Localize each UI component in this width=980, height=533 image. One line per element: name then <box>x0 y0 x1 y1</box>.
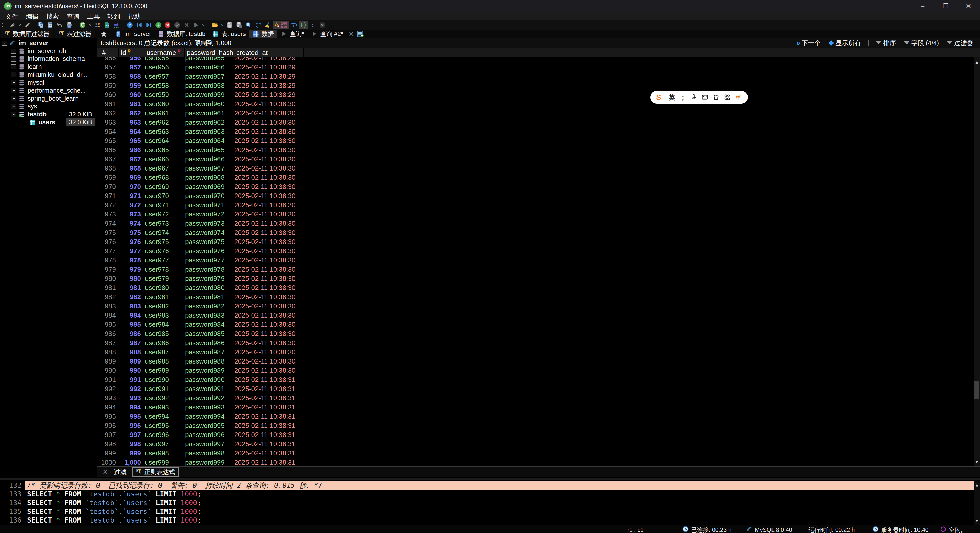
find-replace-button[interactable] <box>254 21 262 29</box>
cell-row_number[interactable]: 995 <box>97 412 118 420</box>
cell-created_at[interactable]: 2025-02-11 10:38:30 <box>231 201 300 209</box>
cell-id[interactable]: 983 <box>118 302 143 310</box>
cell-username[interactable]: user957 <box>143 73 183 80</box>
cell-row_number[interactable]: 965 <box>97 137 118 145</box>
cell-id[interactable]: 961 <box>118 100 143 108</box>
disconnect-button[interactable] <box>23 21 32 29</box>
tab--users[interactable]: 表: users <box>209 30 249 38</box>
cell-row_number[interactable]: 963 <box>97 118 118 126</box>
table-row[interactable]: 979979user978password9782025-02-11 10:38… <box>97 265 974 274</box>
scroll-down-arrow[interactable]: ▼ <box>974 457 980 466</box>
run-query-button[interactable] <box>192 21 200 29</box>
cell-password_hash[interactable]: password996 <box>183 431 231 439</box>
cell-id[interactable]: 996 <box>118 422 143 430</box>
ai-assistant-icon[interactable] <box>733 94 744 100</box>
cell-row_number[interactable]: 993 <box>97 394 118 402</box>
filter-dropdown[interactable]: 过滤器 <box>945 39 974 47</box>
cell-created_at[interactable]: 2025-02-11 10:38:31 <box>231 376 300 383</box>
cell-id[interactable]: 992 <box>118 385 143 393</box>
paste-button[interactable] <box>46 21 55 29</box>
table-row[interactable]: 990990user989password9892025-02-11 10:38… <box>97 366 974 375</box>
cell-password_hash[interactable]: password999 <box>183 458 231 466</box>
cell-username[interactable]: user983 <box>143 312 183 319</box>
cell-username[interactable]: user973 <box>143 220 183 228</box>
tree-db-spring_boot_learn[interactable]: +spring_boot_learn <box>0 94 97 102</box>
cell-row_number[interactable]: 968 <box>97 164 118 172</box>
horizontal-splitter[interactable] <box>0 477 980 480</box>
cell-row_number[interactable]: 986 <box>97 330 118 338</box>
table-filter-tab[interactable]: 表过滤器 <box>55 30 95 38</box>
punctuation-button[interactable]: ； <box>677 93 688 102</box>
cell-id[interactable]: 982 <box>118 293 143 301</box>
cell-username[interactable]: user968 <box>143 173 183 181</box>
cell-row_number[interactable]: 967 <box>97 155 118 163</box>
print-button[interactable] <box>65 21 73 29</box>
cell-username[interactable]: user999 <box>143 458 183 466</box>
cell-id[interactable]: 977 <box>118 247 143 255</box>
cell-password_hash[interactable]: password968 <box>183 173 231 181</box>
cell-created_at[interactable]: 2025-02-11 10:38:29 <box>231 57 300 62</box>
cell-username[interactable]: user956 <box>143 63 183 71</box>
table-row[interactable]: 993993user992password9922025-02-11 10:38… <box>97 393 974 403</box>
cell-created_at[interactable]: 2025-02-11 10:38:31 <box>231 440 300 448</box>
cell-password_hash[interactable]: password986 <box>183 339 231 347</box>
table-row[interactable]: 965965user964password9642025-02-11 10:38… <box>97 136 974 145</box>
cell-id[interactable]: 965 <box>118 137 143 145</box>
cell-username[interactable]: user990 <box>143 376 183 383</box>
cell-created_at[interactable]: 2025-02-11 10:38:31 <box>231 422 300 430</box>
tree-db-sys[interactable]: +sys <box>0 102 97 110</box>
table-row[interactable]: 959959user958password9582025-02-11 10:38… <box>97 81 974 90</box>
cell-row_number[interactable]: 984 <box>97 312 118 319</box>
cell-username[interactable]: user955 <box>143 57 183 62</box>
table-row[interactable]: 956956user955password9552025-02-11 10:38… <box>97 57 974 62</box>
cell-username[interactable]: user995 <box>143 422 183 430</box>
cell-id[interactable]: 976 <box>118 238 143 246</box>
refresh-button[interactable] <box>78 21 87 29</box>
microphone-icon[interactable] <box>689 94 700 100</box>
cell-id[interactable]: 985 <box>118 321 143 329</box>
sql-log-scrollbar[interactable]: ▲ ▼ <box>974 480 980 525</box>
table-row[interactable]: 984984user983password9832025-02-11 10:38… <box>97 311 974 320</box>
cell-created_at[interactable]: 2025-02-11 10:38:30 <box>231 109 300 117</box>
cell-password_hash[interactable]: password957 <box>183 73 231 80</box>
cell-row_number[interactable]: 961 <box>97 100 118 108</box>
copy-button[interactable] <box>37 21 45 29</box>
cell-id[interactable]: 980 <box>118 275 143 283</box>
cell-password_hash[interactable]: password979 <box>183 275 231 283</box>
cell-created_at[interactable]: 2025-02-11 10:38:30 <box>231 238 300 246</box>
cell-created_at[interactable]: 2025-02-11 10:38:30 <box>231 192 300 200</box>
wrap-lines-button[interactable] <box>290 21 298 29</box>
table-row[interactable]: 958958user957password9572025-02-11 10:38… <box>97 72 974 81</box>
tree-db-mysql[interactable]: +mysql <box>0 79 97 86</box>
table-row[interactable]: 957957user956password9562025-02-11 10:38… <box>97 62 974 72</box>
first-record-button[interactable] <box>135 21 144 29</box>
tree-db-performance_sche-[interactable]: +performance_sche... <box>0 86 97 94</box>
cell-row_number[interactable]: 970 <box>97 183 118 191</box>
next-rows-button[interactable]: » 下一个 <box>794 39 823 47</box>
undo-button[interactable] <box>56 21 64 29</box>
dropdown-chevron-icon[interactable]: ˅ <box>201 21 206 29</box>
table-row[interactable]: 968968user967password9672025-02-11 10:38… <box>97 164 974 173</box>
cell-id[interactable]: 987 <box>118 339 143 347</box>
cell-created_at[interactable]: 2025-02-11 10:38:30 <box>231 183 300 191</box>
cell-id[interactable]: 997 <box>118 431 143 439</box>
scroll-down-arrow[interactable]: ▼ <box>976 516 978 525</box>
cell-id[interactable]: 970 <box>118 183 143 191</box>
cell-id[interactable]: 974 <box>118 220 143 228</box>
collapse-icon[interactable]: - <box>11 112 16 117</box>
cell-id[interactable]: 958 <box>118 73 143 80</box>
tree-table-users[interactable]: users32.0 KiB <box>0 118 97 126</box>
cell-created_at[interactable]: 2025-02-11 10:38:30 <box>231 220 300 228</box>
cell-id[interactable]: 998 <box>118 440 143 448</box>
cell-row_number[interactable]: 982 <box>97 293 118 301</box>
tab--testdb[interactable]: 数据库: testdb <box>154 30 209 38</box>
cell-row_number[interactable]: 979 <box>97 266 118 274</box>
cell-password_hash[interactable]: password993 <box>183 403 231 411</box>
cell-username[interactable]: user984 <box>143 321 183 329</box>
table-row[interactable]: 10001,000user999password9992025-02-11 10… <box>97 458 974 466</box>
cell-username[interactable]: user994 <box>143 412 183 420</box>
cell-row_number[interactable]: 973 <box>97 210 118 218</box>
cell-username[interactable]: user972 <box>143 210 183 218</box>
table-row[interactable]: 961961user960password9602025-02-11 10:38… <box>97 99 974 108</box>
cell-created_at[interactable]: 2025-02-11 10:38:30 <box>231 100 300 108</box>
